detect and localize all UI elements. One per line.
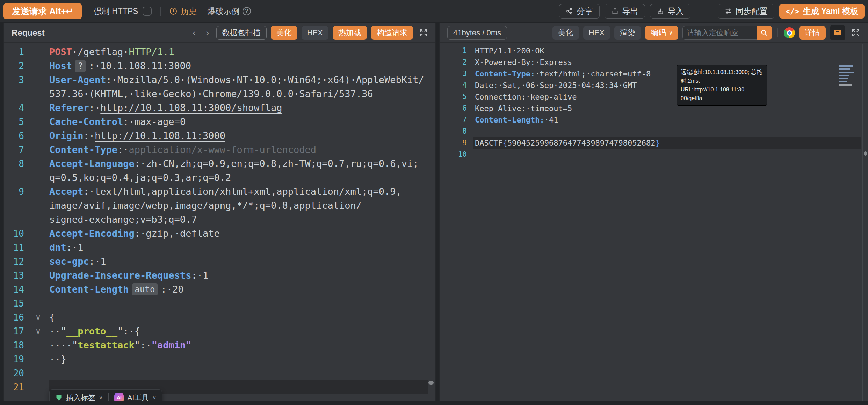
request-line-2[interactable]: 2Host?:·10.1.108.11:3000 (4, 59, 435, 73)
request-line-20[interactable]: 20 (4, 366, 435, 380)
code-text: X-Powered-By:·Express (475, 58, 572, 67)
generate-yaml-button[interactable]: </> 生成 Yaml 模板 (779, 4, 865, 19)
chrome-icon[interactable] (784, 27, 795, 38)
history-prev-button[interactable]: ‹ (190, 28, 199, 38)
line-number: 2 (440, 57, 467, 68)
comment-button[interactable] (830, 25, 845, 40)
inline-badge[interactable]: ? (75, 60, 86, 72)
blast-example-link[interactable]: 爆破示例 ? (208, 6, 251, 17)
line-number: 3 (4, 73, 24, 87)
code-text: Upgrade-Insecure-Requests:·1 (49, 270, 208, 281)
export-button[interactable]: 导出 (605, 4, 645, 19)
force-https-checkbox[interactable] (143, 7, 152, 16)
share-button[interactable]: 分享 (559, 4, 600, 19)
fullscreen-icon[interactable] (852, 29, 860, 37)
packet-scan-button[interactable]: 数据包扫描 (216, 26, 267, 40)
code-text: HTTP/1.1·200·OK (475, 46, 544, 55)
scrollbar-thumb[interactable] (428, 381, 434, 385)
code-text: Connection:·keep-alive (475, 93, 577, 101)
request-line-wrap[interactable]: 537.36·(KHTML,·like·Gecko)·Chrome/139.0.… (4, 87, 435, 101)
request-line-8[interactable]: 8Accept-Language:·zh-CN,zh;q=0.9,en;q=0.… (4, 157, 435, 171)
response-line-7[interactable]: 7Content-Length:·41 (440, 114, 868, 126)
request-line-3[interactable]: 3User-Agent:·Mozilla/5.0·(Windows·NT·10.… (4, 73, 435, 87)
history-next-button[interactable]: › (203, 28, 212, 38)
construct-request-button[interactable]: 构造请求 (371, 26, 413, 40)
request-line-5[interactable]: 5Cache-Control:·max-age=0 (4, 115, 435, 129)
fold-chevron-icon[interactable]: ∨ (35, 324, 41, 338)
history-button[interactable]: 历史 (169, 6, 197, 17)
response-line-4[interactable]: 4Date:·Sat,·06·Sep·2025·04:43:34·GMT (440, 80, 868, 91)
beautify-button[interactable]: 美化 (271, 26, 297, 40)
request-line-12[interactable]: 12sec-gpc:·1 (4, 255, 435, 268)
request-line-7[interactable]: 7Content-Type:·application/x-www-form-ur… (4, 143, 435, 157)
line-number: 3 (440, 68, 467, 80)
clock-icon (169, 7, 178, 15)
force-https-label: 强制 HTTPS (94, 6, 138, 17)
request-line-17[interactable]: 17∨··"__proto__":·{ (4, 324, 435, 338)
import-icon (657, 7, 664, 15)
hex-button[interactable]: HEX (302, 26, 328, 40)
sync-config-button[interactable]: 同步配置 (718, 4, 774, 19)
request-line-16[interactable]: 16∨{ (4, 310, 435, 324)
send-request-label: 发送请求 Alt+↵ (12, 6, 73, 17)
widget-divider (108, 393, 109, 401)
minimap[interactable] (839, 65, 856, 87)
response-line-1[interactable]: 1HTTP/1.1·200·OK (440, 45, 868, 57)
export-label: 导出 (622, 6, 638, 17)
request-line-15[interactable]: 15 (4, 296, 435, 310)
response-line-6[interactable]: 6Keep-Alive:·timeout=5 (440, 103, 868, 114)
request-line-wrap[interactable]: signed-exchange;v=b3;q=0.7 (4, 213, 435, 227)
send-request-button[interactable]: 发送请求 Alt+↵ (3, 3, 82, 19)
request-line-14[interactable]: 14Content-Lengthauto:·20 (4, 282, 435, 296)
share-label: 分享 (577, 6, 593, 17)
question-circle-icon[interactable]: ? (243, 7, 251, 15)
import-button[interactable]: 导入 (650, 4, 690, 19)
detail-button[interactable]: 详情 (799, 26, 826, 40)
response-line-10[interactable]: 10 (440, 149, 868, 160)
fold-chevron-icon[interactable]: ∨ (35, 310, 41, 324)
tag-icon (55, 394, 63, 401)
response-render-button[interactable]: 渲染 (614, 26, 641, 40)
code-text: { (49, 312, 55, 323)
response-editor[interactable]: 1HTTP/1.1·200·OK2X-Powered-By:·Express3C… (440, 44, 868, 401)
fullscreen-icon[interactable] (419, 29, 428, 37)
response-hex-button[interactable]: HEX (583, 26, 610, 40)
request-line-1[interactable]: 1POST·/getflag·HTTP/1.1 (4, 45, 435, 59)
response-line-5[interactable]: 5Connection:·keep-alive (440, 91, 868, 103)
line-number: 17 (4, 324, 24, 338)
request-line-10[interactable]: 10Accept-Encoding:·gzip,·deflate (4, 227, 435, 241)
code-text: POST·/getflag·HTTP/1.1 (49, 46, 174, 57)
request-line-11[interactable]: 11dnt:·1 (4, 241, 435, 255)
hot-reload-button[interactable]: 热加载 (333, 26, 367, 40)
inline-badge[interactable]: auto (132, 284, 158, 295)
line-number: 14 (4, 282, 24, 296)
response-line-2[interactable]: 2X-Powered-By:·Express (440, 57, 868, 68)
insert-tag-button[interactable]: 插入标签 (66, 393, 95, 401)
line-number: 19 (4, 352, 24, 366)
encode-dropdown[interactable]: 编码 ∨ (645, 26, 678, 40)
line-number: 11 (4, 241, 24, 255)
search-input[interactable] (682, 26, 757, 40)
response-header-buttons: 美化 HEX 渲染 编码 ∨ 详情 (552, 25, 860, 40)
request-line-wrap[interactable]: image/avif,image/webp,image/apng,*/*;q=0… (4, 199, 435, 213)
request-line-wrap[interactable]: q=0.5,ko;q=0.4,ja;q=0.3,ar;q=0.2 (4, 171, 435, 185)
response-meta-badge: 41bytes / 0ms (447, 26, 507, 40)
response-line-3[interactable]: 3Content-Type:·text/html;·charset=utf-8 (440, 68, 868, 80)
tooltip-line: 00/getfla... (681, 94, 763, 103)
request-line-9[interactable]: 9Accept:·text/html,application/xhtml+xml… (4, 185, 435, 199)
chevron-down-icon: ∨ (99, 395, 103, 401)
request-line-6[interactable]: 6Origin:·http://10.1.108.11:3000 (4, 129, 435, 143)
line-number: 5 (4, 115, 24, 129)
response-line-8[interactable]: 8 (440, 126, 868, 137)
response-line-9[interactable]: 9DASCTF{59045259968764774398974798052682… (440, 137, 868, 149)
request-line-4[interactable]: 4Referer:·http://10.1.108.11:3000/showfl… (4, 101, 435, 115)
request-editor[interactable]: 1POST·/getflag·HTTP/1.12Host?:·10.1.108.… (4, 44, 435, 401)
scrollbar-thumb[interactable] (864, 151, 867, 156)
request-line-13[interactable]: 13Upgrade-Insecure-Requests:·1 (4, 268, 435, 282)
ai-tools-button[interactable]: AI工具 (127, 393, 149, 401)
request-line-18[interactable]: 18····"testattack":·"admin" (4, 338, 435, 352)
response-beautify-button[interactable]: 美化 (552, 26, 579, 40)
search-button[interactable] (757, 26, 772, 40)
sync-icon (724, 7, 732, 15)
request-line-19[interactable]: 19··} (4, 352, 435, 366)
